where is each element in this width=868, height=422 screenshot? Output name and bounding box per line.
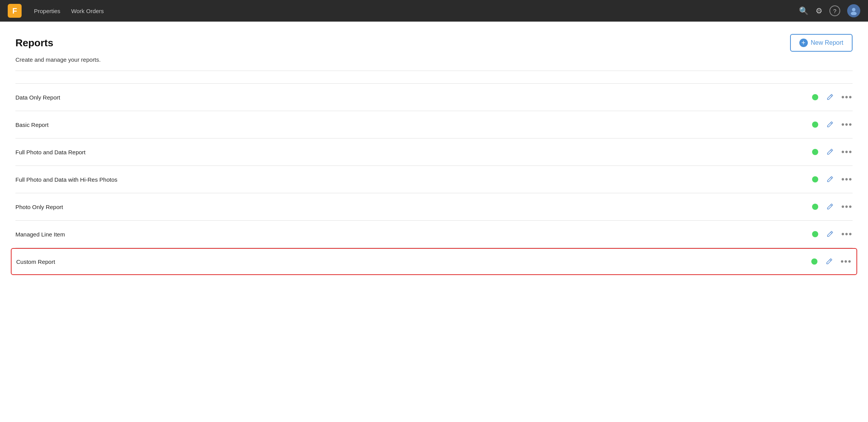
- status-dot: [811, 258, 817, 265]
- edit-icon[interactable]: [826, 230, 834, 238]
- more-menu-icon[interactable]: •••: [841, 120, 853, 130]
- topnav: F Properties Work Orders 🔍 ⚙ ?: [0, 0, 868, 22]
- edit-icon[interactable]: [826, 121, 834, 128]
- topnav-icons: 🔍 ⚙ ?: [799, 4, 860, 17]
- gear-icon[interactable]: ⚙: [816, 6, 822, 15]
- report-name: Full Photo and Data Report: [15, 149, 812, 155]
- report-actions: •••: [812, 147, 853, 157]
- edit-icon[interactable]: [826, 176, 834, 183]
- new-report-label: New Report: [811, 39, 843, 46]
- more-menu-icon[interactable]: •••: [841, 202, 853, 212]
- nav-links: Properties Work Orders: [34, 8, 787, 14]
- more-menu-icon[interactable]: •••: [841, 257, 852, 267]
- status-dot: [812, 94, 818, 100]
- report-actions: •••: [812, 120, 853, 130]
- report-name: Custom Report: [16, 258, 811, 265]
- report-actions: •••: [812, 92, 853, 102]
- more-menu-icon[interactable]: •••: [841, 229, 853, 239]
- plus-icon: +: [799, 39, 808, 47]
- help-icon[interactable]: ?: [829, 5, 840, 16]
- page-title: Reports: [15, 37, 53, 49]
- more-menu-icon[interactable]: •••: [841, 147, 853, 157]
- edit-icon[interactable]: [826, 203, 834, 211]
- page-header: Reports + New Report: [15, 34, 853, 52]
- report-actions: •••: [812, 229, 853, 239]
- report-row: Full Photo and Data Report •••: [15, 138, 853, 166]
- more-menu-icon[interactable]: •••: [841, 92, 853, 102]
- main-content: Reports + New Report Create and manage y…: [0, 22, 868, 287]
- nav-properties[interactable]: Properties: [34, 8, 60, 14]
- report-row: Full Photo and Data with Hi-Res Photos •…: [15, 166, 853, 193]
- edit-icon[interactable]: [825, 258, 833, 265]
- report-name: Data Only Report: [15, 94, 812, 101]
- report-row: Photo Only Report •••: [15, 193, 853, 221]
- report-row: Custom Report •••: [11, 248, 857, 275]
- reports-list: Data Only Report ••• Basic Report •••: [15, 83, 853, 275]
- report-name: Photo Only Report: [15, 204, 812, 210]
- nav-work-orders[interactable]: Work Orders: [71, 8, 104, 14]
- status-dot: [812, 122, 818, 128]
- report-name: Full Photo and Data with Hi-Res Photos: [15, 176, 812, 183]
- report-actions: •••: [811, 257, 852, 267]
- svg-point-0: [852, 8, 856, 12]
- status-dot: [812, 176, 818, 182]
- status-dot: [812, 149, 818, 155]
- report-row: Basic Report •••: [15, 111, 853, 138]
- status-dot: [812, 204, 818, 210]
- page-subtitle: Create and manage your reports.: [15, 56, 853, 71]
- report-actions: •••: [812, 174, 853, 184]
- new-report-button[interactable]: + New Report: [790, 34, 853, 52]
- report-row: Data Only Report •••: [15, 84, 853, 111]
- svg-point-1: [851, 12, 857, 15]
- report-name: Basic Report: [15, 122, 812, 128]
- avatar[interactable]: [847, 4, 860, 17]
- search-icon[interactable]: 🔍: [799, 6, 809, 15]
- status-dot: [812, 231, 818, 237]
- report-row: Managed Line Item •••: [15, 221, 853, 248]
- report-actions: •••: [812, 202, 853, 212]
- app-logo[interactable]: F: [8, 4, 22, 18]
- more-menu-icon[interactable]: •••: [841, 174, 853, 184]
- edit-icon[interactable]: [826, 148, 834, 156]
- report-name: Managed Line Item: [15, 231, 812, 238]
- edit-icon[interactable]: [826, 93, 834, 101]
